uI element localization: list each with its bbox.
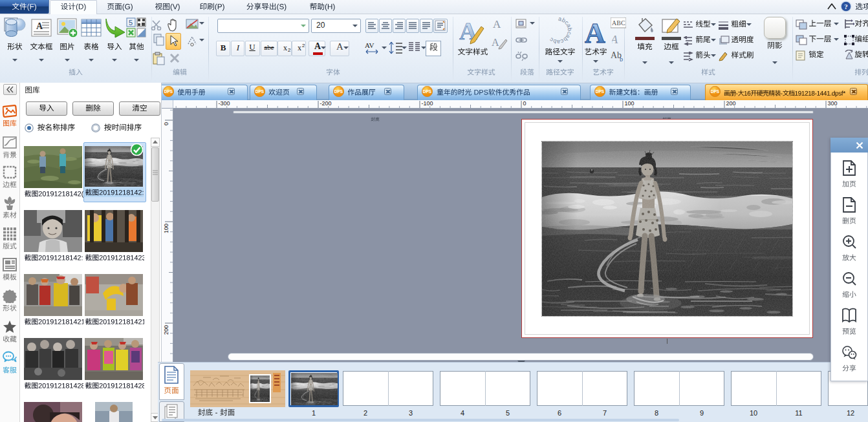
svg-text:AV: AV [365, 41, 374, 49]
svg-text:A: A [585, 17, 605, 47]
svg-text:DPS: DPS [711, 89, 720, 94]
svg-text:abcabcabcabc: abcabcabcabc [548, 16, 573, 45]
svg-text:DPS: DPS [164, 89, 173, 94]
svg-text:5: 5 [129, 19, 133, 26]
svg-text:DPS: DPS [423, 89, 432, 94]
svg-text:ABC: ABC [612, 19, 625, 26]
svg-text:DPS: DPS [255, 89, 265, 94]
svg-text:A: A [492, 37, 499, 48]
svg-text:DPS: DPS [334, 89, 343, 94]
svg-text:?: ? [844, 3, 848, 10]
svg-text:b: b [620, 56, 623, 62]
svg-text:A: A [612, 33, 620, 46]
svg-text:DPS: DPS [596, 89, 605, 94]
